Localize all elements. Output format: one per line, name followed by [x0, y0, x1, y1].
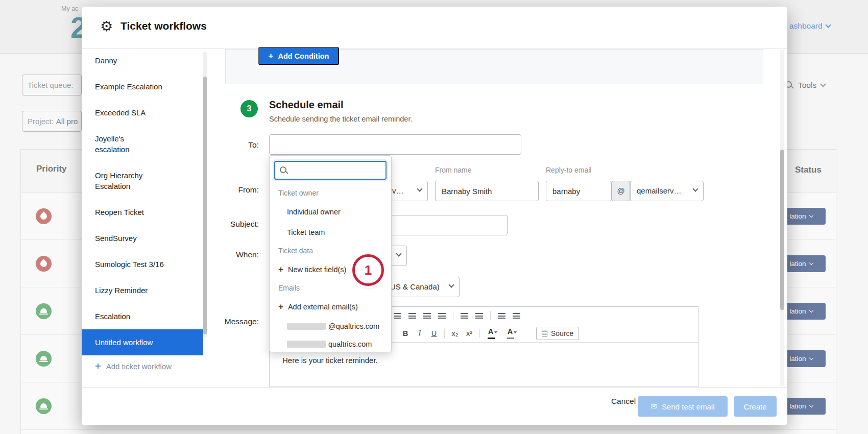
- to-label: To:: [203, 140, 259, 150]
- align-right-icon[interactable]: [423, 313, 431, 319]
- dropdown-item-ticket-team[interactable]: Ticket team: [270, 222, 391, 243]
- ticket-workflows-modal: ⚙ Ticket workflows Danny Example Escalat…: [82, 7, 787, 425]
- chevron-down-icon: [417, 186, 422, 191]
- modal-footer: Cancel ✉ Send test email Create: [82, 387, 787, 425]
- modal-title: Ticket workflows: [120, 20, 207, 32]
- redacted-text-block: [287, 323, 326, 330]
- when-label: When:: [203, 250, 259, 259]
- sidebar-item-workflow[interactable]: Org Hierarchy Escalation: [82, 162, 158, 199]
- dropdown-item-email[interactable]: @qualtrics.com: [270, 317, 391, 335]
- source-button[interactable]: Source: [536, 327, 579, 340]
- reply-to-domain-value: qemailserv…: [637, 186, 682, 195]
- superscript-button[interactable]: x²: [465, 329, 473, 337]
- toolbar-divider: [444, 329, 445, 338]
- plus-icon: +: [278, 297, 283, 317]
- dropdown-search-wrap: [270, 156, 391, 185]
- workflow-sidebar: Danny Example Escalation Exceeded SLA Jo…: [82, 47, 203, 371]
- from-label: From:: [203, 185, 259, 195]
- plus-icon: +: [95, 361, 101, 371]
- new-ticket-fields-label: New ticket field(s): [288, 259, 346, 280]
- color-bar: [488, 337, 495, 339]
- ordered-list-icon[interactable]: [498, 313, 505, 319]
- sidebar-item-workflow[interactable]: Reopen Ticket: [82, 199, 203, 225]
- to-input[interactable]: [269, 134, 521, 155]
- at-sign-box: @: [612, 181, 630, 201]
- indent-icon[interactable]: [475, 313, 483, 319]
- chevron-down-icon: [692, 186, 698, 191]
- redacted-text-block: [287, 341, 326, 348]
- screen: My ac 2 ashboard Ticket queue: Project:A…: [0, 0, 868, 434]
- subscript-button[interactable]: x₂: [451, 329, 459, 337]
- email-suffix: @qualtrics.com: [328, 322, 379, 330]
- reply-to-label: Reply-to email: [546, 166, 591, 174]
- source-label: Source: [551, 329, 573, 337]
- step-number-badge: 3: [240, 100, 258, 117]
- dropdown-search-box[interactable]: [274, 161, 387, 180]
- dropdown-item-add-external-emails[interactable]: + Add external email(s): [270, 297, 391, 317]
- sidebar-item-workflow[interactable]: Danny: [82, 47, 203, 74]
- message-label: Message:: [203, 317, 259, 326]
- reply-to-input[interactable]: [546, 181, 612, 201]
- add-ticket-workflow-button[interactable]: + Add ticket workflow: [82, 361, 203, 371]
- add-condition-button[interactable]: + Add Condition: [258, 47, 339, 65]
- chevron-down-icon: [448, 282, 454, 287]
- search-icon: [280, 166, 288, 175]
- background-color-letter: A: [508, 327, 513, 335]
- cancel-button[interactable]: Cancel: [608, 397, 639, 406]
- sidebar-item-workflow[interactable]: SendSurvey: [82, 225, 203, 251]
- sidebar-item-workflow-selected[interactable]: Untitled workflow: [82, 329, 203, 355]
- create-button[interactable]: Create: [734, 396, 777, 417]
- email-suffix: qualtrics.com: [328, 340, 372, 348]
- dropdown-item-individual-owner[interactable]: Individual owner: [270, 202, 391, 222]
- unordered-list-icon[interactable]: [513, 313, 520, 319]
- align-justify-icon[interactable]: [438, 313, 446, 319]
- toolbar-divider: [490, 311, 491, 320]
- sidebar-item-workflow[interactable]: Example Escalation: [82, 74, 203, 100]
- timezone-select[interactable]: US & Canada): [382, 277, 460, 297]
- align-center-icon[interactable]: [408, 313, 416, 319]
- sidebar-item-workflow[interactable]: Exceeded SLA: [82, 100, 203, 126]
- font-color-letter: A: [488, 327, 493, 335]
- from-name-label: From name: [435, 166, 472, 174]
- sidebar-scrollbar-thumb[interactable]: [203, 77, 207, 334]
- dropdown-item-email[interactable]: qualtrics.com: [270, 335, 391, 353]
- color-bar: [507, 337, 514, 339]
- sidebar-item-workflow[interactable]: Joyelle's escalation: [82, 126, 158, 162]
- timezone-value: US & Canada): [390, 282, 440, 291]
- chevron-down-icon: [514, 331, 517, 333]
- font-color-button[interactable]: A: [486, 327, 499, 340]
- from-name-input[interactable]: [435, 181, 539, 201]
- chevron-down-icon: [494, 331, 497, 333]
- plus-icon: +: [269, 51, 274, 61]
- sidebar-item-workflow[interactable]: Lizzy Reminder: [82, 277, 203, 303]
- dropdown-search-input[interactable]: [292, 162, 383, 179]
- chevron-down-icon: [396, 251, 401, 256]
- plus-icon: +: [278, 259, 283, 280]
- source-code-icon: [542, 330, 547, 336]
- underline-button[interactable]: U: [430, 329, 438, 337]
- italic-button[interactable]: I: [416, 329, 424, 337]
- bold-button[interactable]: B: [401, 329, 409, 337]
- toolbar-divider: [453, 311, 453, 320]
- reply-to-domain-select[interactable]: qemailserv…: [630, 181, 704, 201]
- background-color-button[interactable]: A: [505, 327, 519, 340]
- add-external-emails-label: Add external email(s): [288, 297, 358, 317]
- subject-label: Subject:: [203, 220, 259, 229]
- sidebar-item-workflow[interactable]: Sumologic Test 3/16: [82, 251, 203, 277]
- step-title: Schedule email: [269, 99, 344, 111]
- sidebar-item-workflow[interactable]: Escalation: [82, 303, 203, 329]
- outdent-icon[interactable]: [461, 313, 468, 319]
- to-recipient-dropdown: Ticket owner Individual owner Ticket tea…: [269, 155, 392, 352]
- modal-header: ⚙ Ticket workflows: [82, 7, 787, 49]
- gear-icon: ⚙: [100, 18, 113, 35]
- modal-scrollbar-thumb[interactable]: [780, 150, 784, 310]
- add-ticket-workflow-label: Add ticket workflow: [106, 362, 172, 371]
- add-condition-label: Add Condition: [278, 52, 329, 60]
- dropdown-group-header: Ticket owner: [270, 185, 391, 202]
- envelope-icon: ✉: [651, 402, 658, 411]
- toolbar-divider: [479, 329, 480, 338]
- annotation-circle-1: 1: [352, 254, 384, 286]
- align-left-icon[interactable]: [394, 313, 401, 319]
- send-test-email-button[interactable]: ✉ Send test email: [638, 396, 728, 417]
- send-test-email-label: Send test email: [662, 402, 714, 411]
